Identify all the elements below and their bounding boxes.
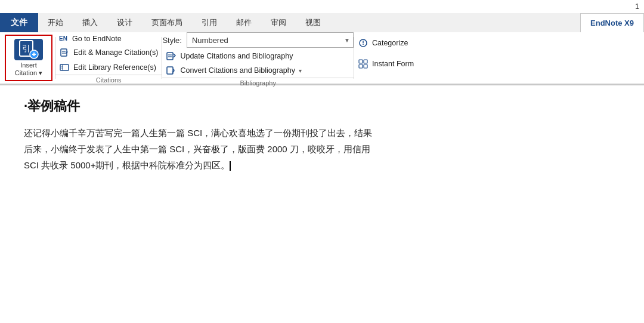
tab-insert[interactable]: 插入 [73, 13, 107, 32]
library-icon [59, 62, 70, 73]
paragraph-3: SCI 共收录 5000+期刊，根据中科院标准分为四区。 [24, 157, 620, 173]
categorize-button[interactable]: Categorize [354, 36, 417, 50]
svg-rect-12 [167, 53, 173, 60]
style-select-wrapper[interactable]: Numbered [187, 32, 354, 48]
edit-library-reference-button[interactable]: Edit Library Reference(s) [55, 60, 162, 75]
title-bar: 1 [0, 0, 644, 13]
bibliography-group-content: Style: Numbered Update Citations and Bib… [162, 32, 354, 78]
bibliography-group: Style: Numbered Update Citations and Bib… [162, 32, 354, 84]
text-cursor [230, 161, 231, 171]
svg-text:引: 引 [22, 44, 30, 53]
instant-form-icon [358, 59, 369, 69]
en-icon: EN [59, 35, 67, 42]
citations-group-label: Citations [55, 75, 162, 84]
paragraph-1-text: 还记得小编千辛万苦写完一篇人生第一篇 SCI，满心欢喜地选了一份期刊投了出去，结… [24, 128, 372, 138]
svg-rect-22 [364, 64, 367, 68]
tab-references[interactable]: 引用 [192, 13, 227, 32]
paragraph-1: 还记得小编千辛万苦写完一篇人生第一篇 SCI，满心欢喜地选了一份期刊投了出去，结… [24, 125, 620, 141]
insert-citation-icon: 引 [14, 39, 43, 60]
page-number: 1 [635, 2, 639, 11]
categorize-icon [358, 38, 369, 48]
update-icon [166, 51, 177, 61]
svg-rect-15 [167, 67, 173, 74]
tab-file[interactable]: 文件 [0, 13, 38, 32]
insert-citation-label: Insert Citation ▾ [15, 61, 42, 77]
style-select[interactable]: Numbered [187, 32, 354, 48]
svg-rect-5 [61, 49, 67, 56]
edit-manage-citation-button[interactable]: Edit & Manage Citation(s) [55, 45, 162, 60]
style-row: Style: Numbered [162, 32, 354, 48]
tab-endnote[interactable]: EndNote X9 [580, 13, 644, 32]
update-citations-button[interactable]: Update Citations and Bibliography [162, 49, 354, 63]
svg-rect-20 [364, 60, 367, 63]
svg-point-18 [363, 44, 364, 45]
tab-review[interactable]: 审阅 [261, 13, 296, 32]
svg-rect-19 [359, 60, 363, 63]
goto-endnote-button[interactable]: EN Go to EndNote [55, 33, 162, 45]
convert-citations-button[interactable]: Convert Citations and Bibliography ▾ [162, 63, 354, 78]
tab-start[interactable]: 开始 [38, 13, 73, 32]
tab-view[interactable]: 视图 [296, 13, 330, 32]
tab-design[interactable]: 设计 [107, 13, 142, 32]
convert-dropdown-arrow: ▾ [299, 67, 302, 74]
svg-rect-21 [359, 64, 363, 68]
citations-group-content: EN Go to EndNote Edit & Manage Citation(… [55, 32, 162, 75]
tab-row: 文件 开始 插入 设计 页面布局 引用 邮件 审阅 视图 EndNote X9 [0, 13, 644, 32]
citations-group: EN Go to EndNote Edit & Manage Citation(… [55, 32, 162, 84]
style-label: Style: [162, 36, 182, 45]
right-group-content: Categorize Instant Form [354, 32, 417, 75]
convert-icon [166, 65, 177, 76]
bibliography-group-label: Bibliography [162, 78, 354, 87]
paragraph-2: 后来，小编终于发表了人生中第一篇 SCI，兴奋极了，版面费 2000 刀，咬咬牙… [24, 141, 620, 157]
paragraph-2-text: 后来，小编终于发表了人生中第一篇 SCI，兴奋极了，版面费 2000 刀，咬咬牙… [24, 144, 370, 154]
instant-form-button[interactable]: Instant Form [354, 57, 417, 71]
edit-citation-icon [59, 47, 70, 58]
tab-mail[interactable]: 邮件 [227, 13, 261, 32]
insert-citation-button[interactable]: 引 Insert Citation ▾ [5, 35, 52, 81]
title-text: ·举例稿件 [24, 97, 80, 115]
ribbon: 文件 开始 插入 设计 页面布局 引用 邮件 审阅 视图 EndNote X9 … [0, 13, 644, 85]
ribbon-body: 引 Insert Citation ▾ EN Go to EndNote [0, 32, 644, 85]
tab-layout[interactable]: 页面布局 [142, 13, 192, 32]
paragraph-3-text: SCI 共收录 5000+期刊，根据中科院标准分为四区。 [24, 160, 230, 170]
document-title: ·举例稿件 [24, 97, 620, 115]
document-area: ·举例稿件 还记得小编千辛万苦写完一篇人生第一篇 SCI，满心欢喜地选了一份期刊… [0, 85, 644, 185]
right-group: Categorize Instant Form - [354, 32, 417, 84]
svg-rect-8 [60, 64, 69, 70]
